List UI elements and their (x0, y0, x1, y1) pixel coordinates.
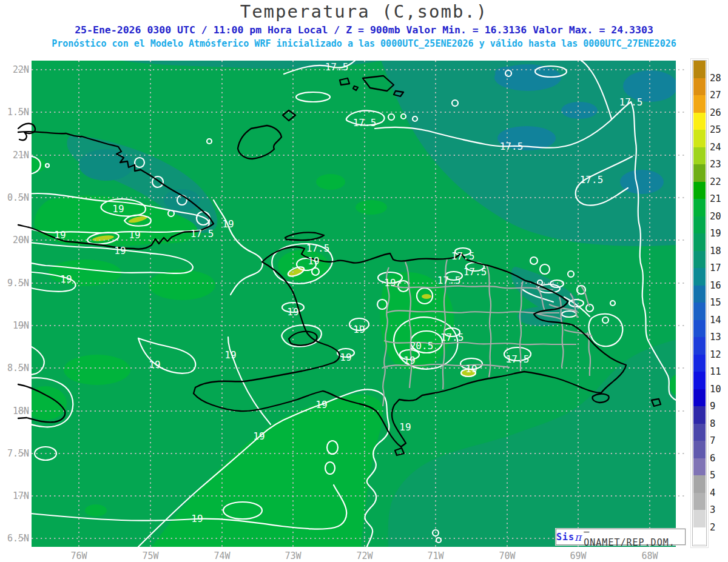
lon-tick-label: 74W (214, 550, 230, 561)
contour-value-label: 19 (149, 359, 160, 370)
colorbar-tick-label: 16 (710, 280, 721, 291)
colorbar (692, 60, 707, 546)
contour-value-label: 19 (353, 324, 365, 335)
contour-value-label: 17.5 (451, 250, 475, 262)
colorbar-segment (693, 510, 706, 528)
contour-value-label: 19 (191, 513, 203, 524)
lon-tick-label: 68W (641, 550, 658, 561)
colorbar-tick-label: 17 (710, 263, 721, 273)
colorbar-segment (693, 424, 706, 442)
colorbar-segment (693, 216, 706, 235)
colorbar-segment (693, 320, 706, 338)
lon-tick-label: 73W (285, 550, 301, 561)
colorbar-tick-label: 26 (710, 107, 721, 118)
colorbar-tick-label: 9 (710, 401, 715, 412)
colorbar-tick-label: 21 (710, 193, 721, 204)
contour-value-label: 17.5 (440, 332, 464, 343)
colorbar-tick-label: 10 (710, 384, 721, 395)
contour-value-label: 19 (112, 203, 124, 215)
contour-value-label: 19 (114, 245, 126, 256)
colorbar-segment (693, 130, 706, 148)
colorbar-tick-label: 25 (710, 124, 721, 135)
lon-tick-label: 69W (570, 550, 586, 561)
colorbar-segment (693, 268, 706, 286)
colorbar-segment (693, 199, 706, 217)
colorbar-tick-label: 7 (710, 435, 715, 446)
contour-value-label: 17.5 (580, 174, 604, 186)
colorbar-segment (693, 164, 706, 182)
colorbar-tick-label: 14 (710, 315, 721, 326)
colorbar-tick-label: 23 (710, 159, 721, 170)
colorbar-tick-label: 13 (710, 332, 721, 343)
colorbar-segment (693, 286, 706, 304)
colorbar-segment (693, 303, 706, 321)
contour-value-label: 19 (287, 306, 298, 318)
colorbar-tick-label: 24 (710, 142, 721, 153)
lat-tick-label: 19N (13, 320, 29, 331)
colorbar-tick-label: 2 (710, 522, 715, 533)
colorbar-segment (693, 372, 706, 390)
lat-tick-label: 17N (13, 490, 29, 501)
colorbar-segment (693, 389, 706, 407)
colorbar-segment (693, 527, 706, 546)
contour-value-label: 17.5 (353, 117, 377, 129)
contour-value-label: 19 (384, 277, 396, 289)
lon-tick-label: 71W (427, 550, 443, 561)
contour-value-label: 19 (129, 229, 140, 241)
colorbar-tick-label: 11 (710, 366, 721, 377)
contour-value-label: 19 (403, 355, 415, 366)
colorbar-segment (693, 233, 706, 252)
contour-value-label: 17.5 (506, 353, 530, 365)
lat-tick-label: 6.5N (7, 533, 29, 544)
watermark-brand: Sis (556, 532, 575, 543)
lat-tick-label: 20N (13, 235, 29, 246)
colorbar-segment (693, 113, 706, 131)
contour-value-label: 17.5 (306, 243, 330, 254)
contour-value-label: 17.5 (619, 96, 643, 108)
contour-value-label: 19 (315, 399, 327, 410)
colorbar-segment (693, 406, 706, 424)
contour-value-label: 20.5 (410, 340, 434, 352)
contour-value-label: 19 (224, 349, 236, 361)
colorbar-segment (693, 355, 706, 373)
colorbar-tick-label: 18 (710, 246, 721, 256)
contour-value-label: 17.5 (325, 61, 349, 73)
colorbar-tick-label: 4 (710, 487, 715, 498)
map-canvas (0, 0, 728, 562)
lat-tick-label: 18N (13, 406, 29, 416)
lat-tick-label: 22N (13, 64, 29, 75)
pi-icon: π (575, 531, 582, 543)
contour-value-label: 19 (340, 352, 351, 363)
colorbar-tick-label: 6 (710, 453, 715, 464)
lon-tick-label: 75W (142, 550, 158, 561)
temperature-shading (24, 61, 687, 547)
contour-value-label: 19 (60, 273, 72, 285)
colorbar-segment (693, 78, 706, 96)
watermark-text: – ONAMET/REP.DOM. (584, 526, 685, 548)
colorbar-tick-label: 12 (710, 349, 721, 360)
lat-tick-label: 1.5N (7, 107, 29, 118)
colorbar-segment (693, 493, 706, 511)
lat-tick-label: 7.5N (7, 448, 29, 459)
contour-value-label: 19 (54, 229, 66, 241)
colorbar-tick-label: 15 (710, 297, 721, 308)
contour-value-label: 19 (465, 363, 477, 375)
colorbar-tick-label: 8 (710, 418, 715, 429)
colorbar-tick-label: 19 (710, 228, 721, 239)
watermark-box: Sis π – ONAMET/REP.DOM. (556, 529, 686, 545)
contour-value-label: 17.5 (463, 266, 487, 278)
colorbar-segment (693, 147, 706, 166)
colorbar-segment (693, 337, 706, 355)
colorbar-segment (693, 441, 706, 459)
contour-value-label: 19 (308, 255, 319, 267)
colorbar-segment (693, 458, 706, 477)
contour-value-label: 17.5 (500, 141, 524, 152)
colorbar-segment (693, 95, 706, 113)
contour-value-label: 17.5 (437, 275, 461, 286)
colorbar-tick-label: 5 (710, 470, 715, 481)
colorbar-tick-label: 3 (710, 504, 715, 515)
colorbar-tick-label: 20 (710, 211, 721, 222)
contour-value-label: 19 (222, 218, 234, 230)
lat-tick-label: 8.5N (7, 363, 29, 373)
colorbar-segment (693, 251, 706, 269)
